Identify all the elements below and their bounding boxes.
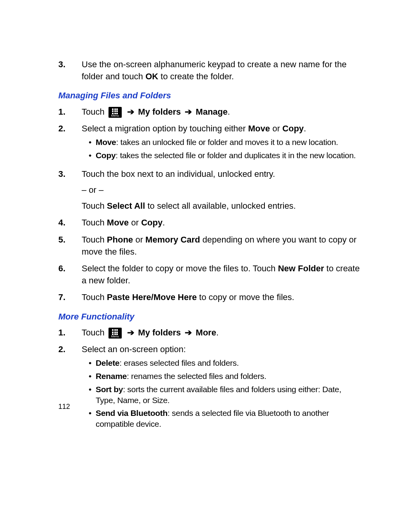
bullet-move: Move: takes an unlocked file or folder a…: [89, 137, 362, 148]
text: Touch: [82, 292, 107, 302]
text: Select an on-screen option:: [82, 343, 362, 355]
bullet-bold: Send via Bluetooth: [96, 408, 168, 417]
s1-step-4: 4. Touch Move or Copy.: [58, 216, 362, 229]
section-heading-more: More Functionality: [58, 311, 362, 323]
bullet-text: : erases selected files and folders.: [119, 358, 239, 367]
bullet-rename: Rename: renames the selected files and f…: [89, 371, 362, 382]
bullet-text: : sorts the current available files and …: [96, 385, 341, 405]
text: Touch: [82, 201, 107, 211]
arrow-icon: ➔: [127, 328, 136, 337]
step-body: Touch Menu ➔ My folders ➔ Manage.: [82, 106, 362, 118]
menu-icon: Menu: [108, 107, 122, 118]
step-body: Select an on-screen option: Delete: eras…: [82, 343, 362, 432]
step-number: 3.: [58, 168, 82, 180]
step-number: 2.: [58, 122, 82, 134]
step-number: 3.: [58, 58, 82, 70]
path-manage: Manage: [196, 107, 228, 117]
bold-newfolder: New Folder: [278, 264, 324, 273]
s2-step-2: 2. Select an on-screen option: Delete: e…: [58, 343, 362, 432]
step-body: Touch Paste Here/Move Here to copy or mo…: [82, 291, 362, 303]
bullet-bluetooth: Send via Bluetooth: sends a selected fil…: [89, 408, 362, 429]
path-myfolders: My folders: [138, 328, 181, 337]
bold-memorycard: Memory Card: [145, 235, 200, 244]
bold-move: Move: [107, 218, 129, 227]
page-number: 112: [58, 403, 70, 411]
text: Touch: [82, 328, 107, 337]
text: Touch: [82, 107, 107, 117]
bold-copy: Copy: [141, 218, 163, 227]
bullet-sortby: Sort by: sorts the current available fil…: [89, 384, 362, 405]
path-myfolders: My folders: [138, 107, 181, 117]
step-body: Select a migration option by touching ei…: [82, 122, 362, 163]
bullet-text: : takes the selected file or folder and …: [116, 151, 356, 160]
text: or: [129, 218, 141, 227]
path-more: More: [196, 328, 216, 337]
bold-phone: Phone: [107, 235, 133, 244]
document-page: 3. Use the on-screen alphanumeric keypad…: [0, 0, 420, 508]
step-body: Touch Menu ➔ My folders ➔ More.: [82, 326, 362, 339]
bullet-text: : renames the selected files and folders…: [127, 372, 266, 381]
s1-step-3: 3. Touch the box next to an individual, …: [58, 168, 362, 212]
s1-step-7: 7. Touch Paste Here/Move Here to copy or…: [58, 291, 362, 303]
text-or: – or –: [82, 184, 362, 196]
intro-step-3: 3. Use the on-screen alphanumeric keypad…: [58, 58, 362, 82]
text: .: [163, 218, 165, 227]
arrow-icon: ➔: [127, 107, 136, 117]
text: .: [304, 124, 306, 133]
icon-label: Menu: [108, 114, 122, 117]
s1-step-1: 1. Touch Menu ➔ My folders ➔ Manage.: [58, 106, 362, 118]
bullet-bold: Rename: [96, 372, 127, 381]
page-content: 3. Use the on-screen alphanumeric keypad…: [58, 58, 362, 436]
bold-ok: OK: [145, 72, 158, 81]
text: Select the folder to copy or move the fi…: [82, 264, 278, 273]
step-body: Touch Phone or Memory Card depending on …: [82, 234, 362, 258]
step-body: Touch the box next to an individual, unl…: [82, 168, 362, 212]
bullet-copy: Copy: takes the selected file or folder …: [89, 150, 362, 161]
step-number: 7.: [58, 291, 82, 303]
step-number: 5.: [58, 234, 82, 246]
text: or: [270, 124, 282, 133]
text: to create the folder.: [158, 72, 234, 81]
step-number: 6.: [58, 262, 82, 274]
section-heading-managing: Managing Files and Folders: [58, 89, 362, 101]
text: Touch: [82, 235, 107, 244]
step-number: 1.: [58, 106, 82, 118]
bold-pastehere: Paste Here/Move Here: [107, 292, 197, 302]
bold-copy: Copy: [282, 124, 304, 133]
step-number: 2.: [58, 343, 82, 355]
arrow-icon: ➔: [182, 107, 194, 117]
bold-move: Move: [248, 124, 270, 133]
bullet-text: : takes an unlocked file or folder and m…: [116, 138, 338, 147]
bullet-bold: Copy: [96, 151, 116, 160]
text: or: [133, 235, 145, 244]
s1-step-2: 2. Select a migration option by touching…: [58, 122, 362, 163]
step-body: Use the on-screen alphanumeric keypad to…: [82, 58, 362, 82]
text: to copy or move the files.: [197, 292, 294, 302]
text: Touch the box next to an individual, unl…: [82, 168, 362, 180]
s1-step-5: 5. Touch Phone or Memory Card depending …: [58, 234, 362, 258]
bullet-bold: Move: [96, 138, 116, 147]
arrow-icon: ➔: [182, 328, 194, 337]
step-number: 1.: [58, 326, 82, 339]
icon-label: Menu: [108, 335, 122, 338]
bullet-bold: Sort by: [96, 385, 123, 394]
step-number: 4.: [58, 216, 82, 229]
step-body: Touch Move or Copy.: [82, 216, 362, 229]
text: Touch: [82, 218, 107, 227]
bold-selectall: Select All: [107, 201, 145, 211]
text: .: [228, 107, 230, 117]
text: Select a migration option by touching ei…: [82, 124, 248, 133]
s2-step-1: 1. Touch Menu ➔ My folders ➔ More.: [58, 326, 362, 339]
text: .: [216, 328, 219, 337]
bullet-bold: Delete: [96, 358, 119, 367]
s1-step-6: 6. Select the folder to copy or move the…: [58, 262, 362, 286]
text: to select all available, unlocked entrie…: [145, 201, 296, 211]
bullet-delete: Delete: erases selected files and folder…: [89, 358, 362, 368]
step-body: Select the folder to copy or move the fi…: [82, 262, 362, 286]
menu-icon: Menu: [108, 328, 122, 339]
